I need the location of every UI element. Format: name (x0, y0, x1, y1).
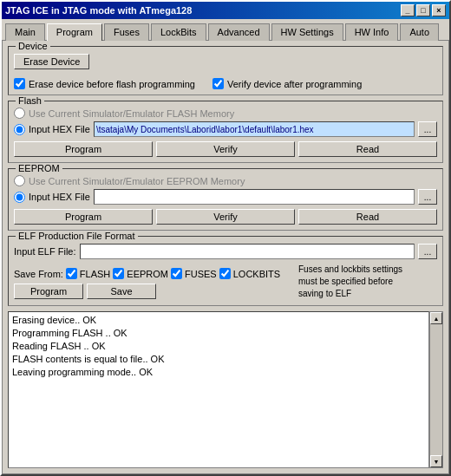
device-group-label: Device (16, 41, 50, 51)
flash-hex-row: Input HEX File ... (14, 121, 437, 137)
scroll-up-button[interactable]: ▲ (430, 312, 442, 324)
erase-before-flash-label: Erase device before flash programming (29, 79, 195, 89)
elf-file-input[interactable] (80, 244, 415, 259)
log-line: FLASH contents is equal to file.. OK (12, 353, 425, 366)
log-section: Erasing device.. OKProgramming FLASH .. … (8, 311, 443, 468)
log-content: Erasing device.. OKProgramming FLASH .. … (9, 312, 428, 381)
elf-fuses-checkbox[interactable] (171, 268, 182, 279)
close-button[interactable]: × (432, 4, 446, 16)
elf-fuses-label: FUSES (185, 269, 217, 279)
verify-after-row: Verify device after programming (212, 78, 362, 89)
flash-hex-input[interactable] (94, 121, 415, 137)
content-area: Device Erase Device Erase device before … (2, 40, 449, 474)
elf-btn-row: Program Save (14, 284, 291, 299)
eeprom-hex-label: Input HEX File (29, 192, 90, 202)
eeprom-group-label: EEPROM (16, 163, 62, 173)
eeprom-use-sim-row: Use Current Simulator/Emulator EEPROM Me… (14, 175, 437, 186)
elf-lockbits-label: LOCKBITS (233, 269, 280, 279)
eeprom-hex-row: Input HEX File ... (14, 189, 437, 205)
tab-hw-settings[interactable]: HW Settings (271, 23, 343, 41)
eeprom-read-button[interactable]: Read (298, 209, 437, 225)
tabs-bar: Main Program Fuses LockBits Advanced HW … (2, 19, 449, 40)
flash-use-sim-row: Use Current Simulator/Emulator FLASH Mem… (14, 108, 437, 119)
eeprom-browse-button[interactable]: ... (418, 189, 437, 205)
elf-eeprom-checkbox[interactable] (113, 268, 124, 279)
eeprom-program-button[interactable]: Program (14, 209, 153, 225)
maximize-button[interactable]: □ (416, 4, 430, 16)
flash-group: Flash Use Current Simulator/Emulator FLA… (8, 101, 443, 163)
window-title: JTAG ICE in JTAG mode with ATmega128 (5, 5, 192, 16)
tab-hw-info[interactable]: HW Info (345, 23, 399, 41)
eeprom-use-sim-radio[interactable] (14, 175, 25, 186)
elf-browse-button[interactable]: ... (418, 244, 437, 259)
elf-save-button[interactable]: Save (87, 284, 156, 299)
elf-note: Fuses and lockbits settingsmust be speci… (298, 264, 437, 300)
device-group: Device Erase Device Erase device before … (8, 46, 443, 95)
flash-hex-radio[interactable] (14, 124, 25, 135)
flash-btn-row: Program Verify Read (14, 141, 437, 157)
erase-before-flash-row: Erase device before flash programming (14, 78, 195, 89)
elf-save-from-label: Save From: (14, 269, 63, 279)
main-window: JTAG ICE in JTAG mode with ATmega128 _ □… (0, 0, 451, 476)
log-line: Programming FLASH .. OK (12, 327, 425, 340)
verify-after-label: Verify device after programming (227, 79, 362, 89)
log-line: Leaving programming mode.. OK (12, 366, 425, 379)
log-line: Erasing device.. OK (12, 314, 425, 327)
elf-eeprom-label: EEPROM (127, 269, 168, 279)
elf-group-label: ELF Production File Format (16, 231, 138, 241)
tab-auto[interactable]: Auto (400, 23, 439, 41)
scrollbar-vertical: ▲ ▼ (429, 311, 443, 468)
flash-hex-label: Input HEX File (29, 124, 90, 134)
flash-group-label: Flash (16, 95, 44, 106)
eeprom-hex-input[interactable] (94, 189, 415, 205)
flash-use-sim-radio[interactable] (14, 108, 25, 119)
flash-program-button[interactable]: Program (14, 141, 153, 157)
log-area: Erasing device.. OKProgramming FLASH .. … (8, 311, 429, 468)
tab-lockbits[interactable]: LockBits (151, 23, 206, 41)
elf-input-row: Input ELF File: ... (14, 244, 437, 259)
elf-input-label: Input ELF File: (14, 246, 76, 257)
elf-lockbits-checkbox[interactable] (219, 268, 231, 279)
device-section: Erase Device Erase device before flash p… (14, 50, 437, 89)
scroll-track[interactable] (430, 324, 442, 455)
eeprom-hex-radio[interactable] (14, 192, 25, 203)
elf-flash-checkbox[interactable] (66, 268, 77, 279)
elf-program-button[interactable]: Program (14, 284, 83, 299)
title-bar: JTAG ICE in JTAG mode with ATmega128 _ □… (2, 2, 449, 19)
flash-browse-button[interactable]: ... (418, 121, 437, 137)
eeprom-use-sim-label: Use Current Simulator/Emulator EEPROM Me… (29, 176, 245, 186)
elf-save-from-row: Save From: FLASH EEPROM FUSES LOCKBITS (14, 268, 291, 279)
erase-device-button[interactable]: Erase Device (14, 54, 89, 69)
tab-fuses[interactable]: Fuses (104, 23, 149, 41)
tab-program[interactable]: Program (47, 23, 102, 41)
flash-use-sim-label: Use Current Simulator/Emulator FLASH Mem… (29, 108, 234, 119)
tab-main[interactable]: Main (5, 23, 45, 41)
eeprom-group: EEPROM Use Current Simulator/Emulator EE… (8, 168, 443, 231)
verify-after-checkbox[interactable] (212, 78, 224, 89)
eeprom-btn-row: Program Verify Read (14, 209, 437, 225)
minimize-button[interactable]: _ (401, 4, 415, 16)
tab-advanced[interactable]: Advanced (208, 23, 270, 41)
scroll-down-button[interactable]: ▼ (430, 455, 442, 467)
elf-flash-label: FLASH (80, 269, 110, 279)
log-line: Reading FLASH .. OK (12, 340, 425, 353)
erase-before-flash-checkbox[interactable] (14, 78, 25, 89)
flash-read-button[interactable]: Read (298, 141, 437, 157)
flash-verify-button[interactable]: Verify (156, 141, 295, 157)
elf-group: ELF Production File Format Input ELF Fil… (8, 236, 443, 306)
eeprom-verify-button[interactable]: Verify (156, 209, 295, 225)
title-bar-controls: _ □ × (401, 4, 446, 16)
